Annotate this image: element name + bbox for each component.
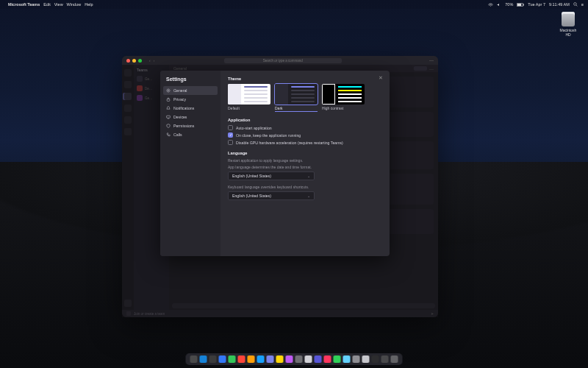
menubar-edit[interactable]: Edit (43, 2, 50, 7)
settings-nav-permissions[interactable]: Permissions (163, 121, 218, 130)
drive-label: Macintosh HD (557, 28, 579, 37)
language-restart-note: Restart application to apply language se… (228, 158, 382, 163)
svg-rect-1 (523, 4, 524, 6)
settings-title: Settings (166, 77, 215, 82)
menubar-app-name[interactable]: Microsoft Teams (8, 2, 40, 7)
dock-app-5[interactable] (238, 355, 245, 363)
checkbox-icon (228, 140, 233, 145)
dock-app-21[interactable] (391, 355, 398, 363)
dock-app-8[interactable] (267, 355, 274, 363)
dock-app-9[interactable] (276, 355, 284, 363)
menubar-view[interactable]: View (54, 2, 63, 7)
checkbox-icon (228, 125, 233, 130)
dock (186, 353, 403, 365)
nav-label: Notifications (173, 106, 194, 110)
search-icon[interactable] (573, 2, 578, 7)
menubar-time[interactable]: 9:11:49 AM (549, 2, 570, 7)
battery-icon[interactable] (517, 3, 524, 7)
dock-app-1[interactable] (200, 355, 207, 363)
dropdown-value: English (United States) (232, 194, 271, 198)
nav-back-icon[interactable]: ‹ (149, 58, 151, 63)
dock-app-13[interactable] (315, 355, 322, 363)
dock-app-2[interactable] (209, 355, 217, 363)
phone-icon (166, 132, 171, 137)
disable-gpu-checkbox[interactable]: Disable GPU hardware acceleration (requi… (228, 140, 382, 145)
keep-running-checkbox[interactable]: ✓ On close, keep the application running (228, 132, 382, 138)
dock-app-4[interactable] (229, 355, 236, 363)
checkbox-label: On close, keep the application running (236, 133, 301, 138)
desktop: Microsoft Teams Edit View Window Help 70… (0, 0, 588, 368)
nav-label: General (173, 88, 187, 93)
dock-app-10[interactable] (286, 355, 293, 363)
shield-icon (166, 124, 171, 128)
dock-app-17[interactable] (353, 355, 360, 363)
svg-rect-7 (167, 116, 171, 118)
settings-nav-general[interactable]: General (163, 86, 218, 95)
app-menu-icon[interactable]: ⋯ (429, 58, 434, 63)
mac-menubar: Microsoft Teams Edit View Window Help 70… (0, 0, 588, 9)
close-button[interactable]: ✕ (378, 75, 384, 81)
app-language-note: App language determines the date and tim… (228, 165, 382, 169)
drive-icon (562, 12, 575, 26)
dock-app-14[interactable] (324, 355, 331, 363)
dock-app-15[interactable] (334, 355, 341, 363)
theme-picker: Default Dark High contrast (228, 84, 382, 112)
dock-app-7[interactable] (257, 355, 265, 363)
settings-nav-devices[interactable]: Devices (163, 113, 218, 121)
menubar-date[interactable]: Tue Apr 7 (528, 2, 545, 7)
theme-heading: Theme (228, 77, 382, 81)
svg-rect-2 (517, 3, 521, 5)
keyboard-language-dropdown[interactable]: English (United States) ⌄ (228, 191, 315, 200)
dock-app-12[interactable] (305, 355, 312, 363)
settings-dialog: Settings General Privacy Notifications D… (160, 71, 390, 256)
dock-app-11[interactable] (295, 355, 303, 363)
nav-forward-icon[interactable]: › (154, 58, 155, 63)
titlebar: ‹ › Search or type a command ⋯ (122, 56, 438, 65)
dock-app-6[interactable] (248, 355, 255, 363)
theme-option-dark[interactable]: Dark (275, 84, 318, 112)
nav-label: Devices (173, 115, 187, 119)
settings-nav-calls[interactable]: Calls (163, 130, 218, 139)
app-language-dropdown[interactable]: English (United States) ⌄ (228, 171, 315, 180)
desktop-drive[interactable]: Macintosh HD (557, 12, 579, 37)
dock-app-3[interactable] (219, 355, 226, 363)
dock-app-16[interactable] (343, 355, 351, 363)
theme-label: Dark (275, 106, 318, 112)
dropdown-value: English (United States) (232, 174, 271, 178)
checkbox-label: Disable GPU hardware acceleration (requi… (236, 141, 343, 145)
auto-start-checkbox[interactable]: Auto-start application (228, 125, 382, 130)
nav-label: Privacy (173, 97, 186, 102)
settings-nav-privacy[interactable]: Privacy (163, 95, 218, 104)
device-icon (166, 115, 171, 119)
settings-nav-notifications[interactable]: Notifications (163, 104, 218, 113)
theme-label: Default (228, 106, 270, 110)
menubar-help[interactable]: Help (85, 2, 93, 7)
control-center-icon[interactable]: ≡ (581, 2, 584, 7)
checkbox-label: Auto-start application (236, 126, 272, 130)
command-search[interactable]: Search or type a command (224, 58, 342, 63)
theme-option-high-contrast[interactable]: High contrast (322, 84, 365, 112)
keyboard-language-note: Keyboard language overrides keyboard sho… (228, 185, 382, 189)
theme-preview-hc (322, 84, 365, 105)
dock-app-18[interactable] (362, 355, 370, 363)
battery-percent: 70% (505, 2, 513, 7)
dock-app-19[interactable] (372, 355, 379, 363)
volume-icon[interactable] (497, 3, 501, 7)
svg-point-5 (168, 90, 169, 91)
theme-preview-dark (275, 84, 318, 105)
gear-icon (166, 88, 171, 93)
svg-point-3 (573, 3, 576, 6)
svg-rect-6 (167, 99, 170, 101)
window-controls[interactable] (126, 59, 142, 63)
menubar-window[interactable]: Window (67, 2, 82, 7)
dock-app-20[interactable] (381, 355, 389, 363)
svg-line-4 (576, 5, 578, 6)
theme-option-default[interactable]: Default (228, 84, 270, 112)
checkbox-icon: ✓ (228, 132, 233, 138)
application-heading: Application (228, 118, 382, 122)
settings-sidebar: Settings General Privacy Notifications D… (160, 71, 220, 256)
wifi-icon[interactable] (488, 3, 493, 7)
theme-preview-default (228, 84, 270, 105)
chevron-down-icon: ⌄ (307, 174, 310, 178)
dock-app-0[interactable] (190, 355, 198, 363)
